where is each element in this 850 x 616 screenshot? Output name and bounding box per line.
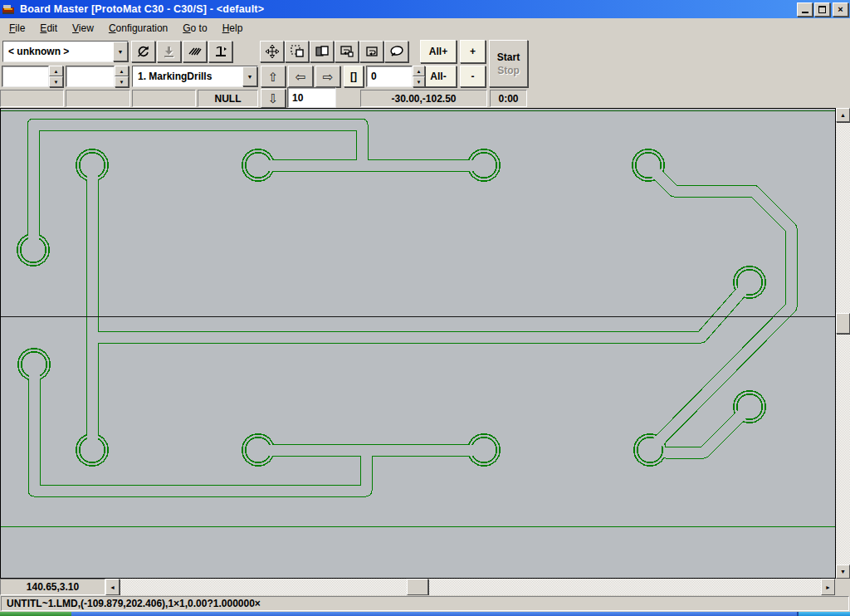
head-down-icon: [213, 45, 228, 59]
spin-down-icon[interactable]: ▼: [49, 76, 63, 87]
chevron-down-icon: ▼: [118, 49, 124, 55]
menu-help[interactable]: Help: [215, 20, 251, 37]
start-button-edge[interactable]: [0, 612, 71, 616]
head-down-button[interactable]: [208, 41, 232, 62]
move-head-button[interactable]: [260, 41, 284, 62]
plus-button[interactable]: +: [460, 40, 486, 63]
close-button[interactable]: ×: [833, 2, 848, 17]
minimize-button[interactable]: [797, 2, 813, 17]
menu-file[interactable]: File: [2, 20, 32, 37]
brackets-button[interactable]: []: [344, 66, 364, 87]
arrow-right-icon: ⇨: [323, 71, 334, 83]
menu-edit[interactable]: Edit: [32, 20, 65, 37]
status-cell-3: [132, 90, 196, 107]
mirror-panes-button[interactable]: [310, 41, 334, 62]
change-tool-rotate-icon: [136, 45, 150, 59]
step-size-value: 10: [292, 92, 303, 104]
brackets-label: []: [350, 71, 357, 82]
jog-right-button[interactable]: ⇨: [315, 66, 340, 87]
step-repeat-back-button[interactable]: [335, 41, 359, 62]
vertical-scrollbar[interactable]: ▲ ▼: [836, 108, 850, 579]
spin-down-icon[interactable]: ▼: [413, 76, 425, 87]
change-tool-rotate-button[interactable]: [131, 41, 155, 62]
rubout-mill-button[interactable]: [183, 41, 207, 62]
repeat-count-field[interactable]: 0: [366, 66, 413, 87]
repeat-count-spinner[interactable]: ▲ ▼: [413, 66, 425, 87]
spin-up-icon[interactable]: ▲: [413, 66, 425, 76]
repeat-count-value: 0: [371, 71, 377, 82]
tool-deposit-icon: [162, 45, 176, 59]
head-position-cell: -30.00,-102.50: [360, 90, 487, 107]
jog-left-button[interactable]: ⇦: [288, 66, 313, 87]
cursor-position-value: 140.65,3.10: [27, 581, 79, 593]
scroll-down-icon: ▼: [840, 569, 846, 574]
tool-deposit-button[interactable]: [157, 41, 181, 62]
step-repeat-back-icon: [340, 44, 354, 59]
step-repeat-front-button[interactable]: [359, 41, 383, 62]
menu-goto[interactable]: Go to: [175, 20, 214, 37]
status-cell-1: [0, 90, 64, 107]
y-coordinate-field[interactable]: [66, 66, 115, 87]
chevron-down-icon: ▼: [247, 74, 253, 80]
x-coordinate-field[interactable]: [2, 66, 49, 87]
menu-bar: File Edit View Configuration Go to Help: [0, 18, 850, 38]
rubout-mill-icon: [188, 45, 203, 58]
cursor-position-cell: 140.65,3.10: [0, 579, 105, 595]
x-coordinate-spinner[interactable]: ▲ ▼: [49, 66, 63, 87]
minus-button[interactable]: -: [460, 66, 486, 87]
pcb-layout-canvas[interactable]: [0, 108, 836, 579]
title-bar: Board Master [ProtoMat C30 - C30/S] - <d…: [0, 0, 850, 18]
mirror-panes-icon: [315, 44, 330, 59]
phase-combobox-dropdown-button[interactable]: ▼: [113, 42, 128, 61]
status-cell-2: [66, 90, 130, 107]
start-stop-button[interactable]: Start Stop: [489, 40, 528, 87]
horizontal-scrollbar-thumb[interactable]: [407, 579, 428, 595]
scroll-right-button[interactable]: ►: [821, 579, 835, 595]
taskbar-strip: [71, 612, 797, 616]
close-icon: ×: [838, 4, 843, 14]
scroll-up-button[interactable]: ▲: [836, 108, 850, 122]
tool-combobox-dropdown-button[interactable]: ▼: [242, 66, 257, 86]
vertical-scrollbar-thumb[interactable]: [836, 313, 850, 334]
restore-button[interactable]: [814, 2, 830, 17]
horizontal-scrollbar[interactable]: ◄ ►: [105, 579, 835, 595]
step-size-field[interactable]: 10: [287, 87, 336, 108]
minimize-icon: [802, 12, 808, 13]
tool-status-cell: NULL: [198, 90, 258, 107]
workspace: ▲ ▼: [0, 108, 850, 579]
scroll-left-button[interactable]: ◄: [105, 579, 120, 595]
tool-combobox[interactable]: 1. MarkingDrills ▼: [132, 66, 258, 87]
spin-up-icon[interactable]: ▲: [49, 66, 63, 76]
move-head-icon: [265, 44, 280, 59]
all-plus-label: All+: [429, 46, 447, 57]
minus-label: -: [471, 71, 475, 82]
jog-up-button[interactable]: ⇧: [261, 66, 286, 87]
scroll-up-icon: ▲: [840, 112, 846, 118]
spin-up-icon[interactable]: ▲: [115, 66, 129, 76]
phase-combobox-value: < unknown >: [3, 42, 113, 61]
tool-status-value: NULL: [215, 93, 242, 105]
scrollbar-corner: [835, 579, 850, 595]
preview-oval-button[interactable]: [384, 41, 408, 62]
phase-combobox[interactable]: < unknown > ▼: [2, 41, 129, 62]
copy-select-button[interactable]: [285, 41, 309, 62]
all-plus-button[interactable]: All+: [420, 40, 457, 63]
scroll-down-button[interactable]: ▼: [836, 565, 850, 579]
scroll-right-icon: ►: [825, 584, 831, 590]
arrow-left-icon: ⇦: [296, 71, 306, 83]
all-minus-button[interactable]: All-: [420, 66, 457, 87]
menu-configuration[interactable]: Configuration: [101, 20, 175, 37]
all-minus-label: All-: [430, 71, 446, 82]
head-position-value: -30.00,-102.50: [391, 93, 456, 105]
taskbar-edge: [0, 612, 850, 616]
jog-down-button[interactable]: ⇩: [261, 89, 286, 108]
tool-combobox-value: 1. MarkingDrills: [133, 66, 242, 86]
scroll-left-icon: ◄: [110, 584, 115, 590]
app-icon: [2, 3, 15, 15]
job-time-value: 0:00: [498, 93, 518, 105]
step-repeat-front-icon: [364, 44, 379, 59]
menu-view[interactable]: View: [65, 20, 101, 37]
preview-oval-icon: [388, 45, 405, 58]
y-coordinate-spinner[interactable]: ▲ ▼: [115, 66, 129, 87]
spin-down-icon[interactable]: ▼: [115, 76, 129, 87]
